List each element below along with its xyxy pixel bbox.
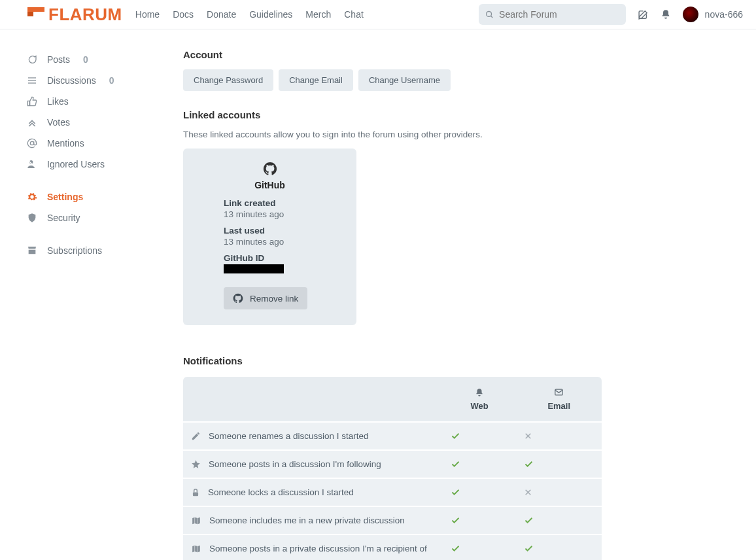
notification-label: Someone posts in a discussion I'm follow… bbox=[209, 459, 381, 469]
nav-home[interactable]: Home bbox=[135, 9, 160, 20]
user-slash-icon bbox=[26, 159, 38, 169]
nav-docs[interactable]: Docs bbox=[173, 9, 194, 20]
sidebar-item-label: Discussions bbox=[47, 75, 96, 86]
sidebar: Posts 0 Discussions 0 Likes Votes Mentio… bbox=[26, 49, 157, 560]
last-used-label: Last used bbox=[224, 226, 341, 236]
link-created-value: 13 minutes ago bbox=[224, 209, 341, 219]
notification-email-toggle[interactable] bbox=[516, 423, 602, 449]
check-icon[interactable] bbox=[451, 459, 509, 469]
notification-web-toggle[interactable] bbox=[443, 479, 517, 506]
brand-logo[interactable]: FLARUM bbox=[26, 5, 122, 25]
chevrons-up-icon bbox=[26, 117, 38, 128]
change-password-button[interactable]: Change Password bbox=[183, 69, 273, 91]
sidebar-badge: 0 bbox=[109, 75, 114, 86]
sidebar-item-discussions[interactable]: Discussions 0 bbox=[26, 70, 157, 91]
notification-web-toggle[interactable] bbox=[443, 535, 517, 560]
search-icon bbox=[485, 10, 494, 20]
mail-icon bbox=[523, 387, 595, 397]
remove-link-label: Remove link bbox=[250, 294, 298, 304]
notification-row: Someone includes me in a new private dis… bbox=[183, 507, 602, 534]
notification-web-toggle[interactable] bbox=[443, 423, 517, 449]
remove-link-button[interactable]: Remove link bbox=[224, 287, 307, 309]
notification-row: Someone posts in a discussion I'm follow… bbox=[183, 451, 602, 478]
search-box[interactable] bbox=[479, 4, 626, 25]
notifications-title: Notifications bbox=[183, 355, 602, 366]
notification-label: Someone posts in a private discussion I'… bbox=[209, 544, 427, 553]
check-icon[interactable] bbox=[451, 544, 509, 553]
check-icon[interactable] bbox=[524, 516, 594, 525]
notification-web-toggle[interactable] bbox=[443, 451, 517, 478]
col-web: Web bbox=[443, 377, 517, 421]
bell-icon bbox=[449, 388, 510, 397]
sidebar-item-label: Subscriptions bbox=[47, 245, 102, 256]
search-input[interactable] bbox=[499, 9, 619, 20]
notification-label: Someone renames a discussion I started bbox=[209, 431, 369, 441]
sidebar-item-subscriptions[interactable]: Subscriptions bbox=[26, 240, 157, 261]
thumb-icon bbox=[26, 96, 38, 107]
linked-account-card: GitHub Link created 13 minutes ago Last … bbox=[183, 149, 356, 325]
sidebar-item-posts[interactable]: Posts 0 bbox=[26, 49, 157, 70]
sidebar-item-label: Security bbox=[47, 213, 80, 223]
last-used-value: 13 minutes ago bbox=[224, 237, 341, 247]
notification-email-toggle[interactable] bbox=[516, 479, 602, 506]
link-created-label: Link created bbox=[224, 198, 341, 208]
notification-email-toggle[interactable] bbox=[516, 507, 602, 534]
col-email: Email bbox=[516, 377, 602, 421]
sidebar-item-settings[interactable]: Settings bbox=[26, 186, 157, 207]
nav-chat[interactable]: Chat bbox=[344, 9, 364, 20]
app-header: FLARUM Home Docs Donate Guidelines Merch… bbox=[0, 0, 756, 29]
sidebar-badge: 0 bbox=[83, 54, 88, 65]
star-icon bbox=[191, 459, 201, 469]
bell-icon bbox=[661, 9, 671, 20]
notification-email-toggle[interactable] bbox=[516, 535, 602, 560]
at-icon bbox=[26, 138, 38, 149]
github-id-label: GitHub ID bbox=[224, 253, 341, 263]
username-label: nova-666 bbox=[705, 9, 743, 20]
compose-button[interactable] bbox=[638, 9, 649, 20]
change-email-button[interactable]: Change Email bbox=[279, 69, 353, 91]
nav-guidelines[interactable]: Guidelines bbox=[249, 9, 292, 20]
brand-text: FLARUM bbox=[48, 5, 122, 25]
map-icon bbox=[191, 516, 201, 525]
x-icon[interactable] bbox=[524, 488, 594, 497]
sidebar-item-likes[interactable]: Likes bbox=[26, 91, 157, 112]
sidebar-item-label: Posts bbox=[47, 54, 70, 65]
bars-icon bbox=[26, 75, 38, 86]
sidebar-item-label: Likes bbox=[47, 96, 69, 107]
top-nav: Home Docs Donate Guidelines Merch Chat bbox=[135, 9, 364, 20]
user-menu[interactable]: nova-666 bbox=[683, 7, 743, 22]
notification-label: Someone locks a discussion I started bbox=[208, 487, 354, 497]
change-username-button[interactable]: Change Username bbox=[358, 69, 451, 91]
x-icon[interactable] bbox=[524, 432, 594, 440]
sidebar-item-ignored[interactable]: Ignored Users bbox=[26, 154, 157, 175]
nav-merch[interactable]: Merch bbox=[305, 9, 331, 20]
notification-web-toggle[interactable] bbox=[443, 507, 517, 534]
shield-icon bbox=[26, 213, 38, 223]
notification-email-toggle[interactable] bbox=[516, 451, 602, 478]
sidebar-item-label: Mentions bbox=[47, 138, 84, 149]
check-icon[interactable] bbox=[524, 544, 594, 553]
lock-icon bbox=[191, 488, 200, 497]
check-icon[interactable] bbox=[451, 516, 509, 525]
notification-row: Someone locks a discussion I started bbox=[183, 479, 602, 506]
check-icon[interactable] bbox=[524, 459, 594, 469]
check-icon[interactable] bbox=[451, 431, 509, 441]
sidebar-item-mentions[interactable]: Mentions bbox=[26, 133, 157, 154]
github-icon bbox=[233, 293, 243, 304]
sidebar-item-votes[interactable]: Votes bbox=[26, 112, 157, 133]
sidebar-item-security[interactable]: Security bbox=[26, 207, 157, 228]
svg-line-1 bbox=[490, 16, 492, 18]
check-icon[interactable] bbox=[451, 487, 509, 497]
linked-accounts-title: Linked accounts bbox=[183, 109, 602, 120]
account-title: Account bbox=[183, 49, 602, 60]
notifications-table: Web Email Someone renames a discussion I… bbox=[183, 376, 602, 560]
flarum-icon bbox=[26, 6, 46, 23]
sidebar-item-label: Settings bbox=[47, 192, 83, 202]
linked-accounts-desc: These linked accounts allow you to sign … bbox=[183, 130, 602, 139]
comment-icon bbox=[26, 54, 38, 65]
github-icon bbox=[263, 162, 277, 176]
avatar bbox=[683, 7, 698, 22]
nav-donate[interactable]: Donate bbox=[207, 9, 236, 20]
notifications-button[interactable] bbox=[661, 9, 671, 20]
edit-icon bbox=[638, 9, 649, 20]
